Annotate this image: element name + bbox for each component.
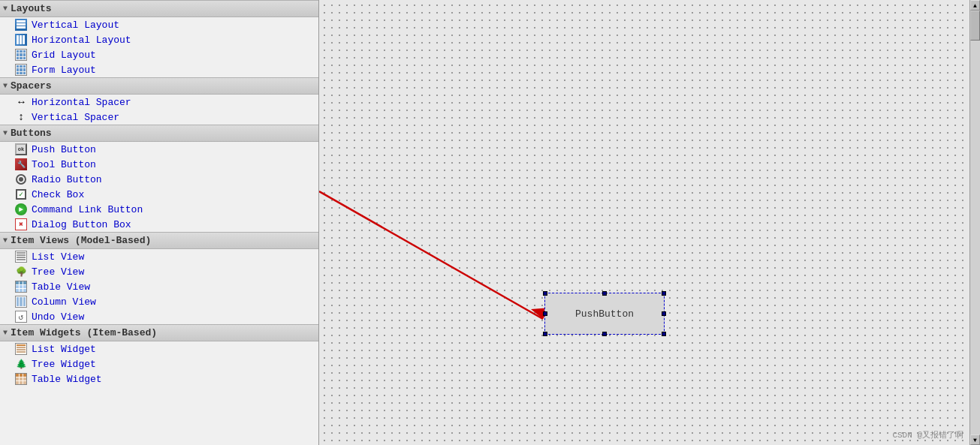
section-label-buttons: Buttons [11, 128, 52, 139]
sidebar-item-vertical-spacer[interactable]: ↕ Vertical Spacer [0, 110, 318, 125]
undo-view-icon: ↺ [15, 311, 27, 323]
scrollbar-down-button[interactable]: ▼ [970, 434, 980, 445]
table-view-icon [15, 281, 27, 293]
sidebar-item-horizontal-spacer[interactable]: ↔ Horizontal Spacer [0, 95, 318, 110]
watermark: CSDN @又报错了啊 [892, 429, 963, 440]
collapse-arrow-item-views: ▼ [3, 236, 8, 245]
sidebar-item-table-view[interactable]: Table View [0, 279, 318, 294]
resize-handle-ml[interactable] [543, 311, 547, 316]
sidebar-item-list-view[interactable]: List View [0, 249, 318, 264]
svg-line-0 [319, 191, 543, 319]
list-widget-icon [15, 343, 27, 355]
section-header-item-widgets[interactable]: ▼ Item Widgets (Item-Based) [0, 324, 318, 341]
section-header-layouts[interactable]: ▼ Layouts [0, 0, 318, 17]
resize-handle-tl[interactable] [543, 291, 547, 296]
push-button-icon: ok [15, 143, 27, 155]
resize-handle-tm[interactable] [602, 291, 607, 296]
sidebar-item-label: Table View [32, 281, 90, 293]
table-widget-icon [15, 373, 27, 385]
vertical-spacer-icon: ↕ [15, 111, 27, 123]
widget-sidebar: ▼ Layouts Vertical Layout Horizontal Lay… [0, 0, 319, 445]
sidebar-item-dialog-button-box[interactable]: ✖ Dialog Button Box [0, 217, 318, 232]
sidebar-item-table-widget[interactable]: Table Widget [0, 371, 318, 386]
sidebar-item-label: Tree View [32, 266, 84, 278]
right-scrollbar[interactable]: ▲ ▼ [969, 0, 980, 445]
sidebar-item-label: Radio Button [32, 174, 102, 185]
column-view-icon [15, 296, 27, 308]
sidebar-item-label: Horizontal Spacer [32, 97, 131, 108]
sidebar-item-check-box[interactable]: ✓ Check Box [0, 187, 318, 202]
check-box-icon: ✓ [15, 188, 27, 200]
resize-handle-tr[interactable] [662, 291, 666, 296]
sidebar-item-label: Tree Widget [32, 359, 96, 370]
scrollbar-track[interactable] [970, 11, 980, 434]
vertical-layout-icon [15, 19, 27, 31]
sidebar-item-radio-button[interactable]: Radio Button [0, 172, 318, 187]
push-button-label: PushButton [575, 308, 634, 320]
sidebar-item-undo-view[interactable]: ↺ Undo View [0, 309, 318, 324]
section-header-spacers[interactable]: ▼ Spacers [0, 77, 318, 95]
sidebar-item-tree-view[interactable]: 🌳 Tree View [0, 264, 318, 279]
section-header-buttons[interactable]: ▼ Buttons [0, 125, 318, 142]
tree-widget-icon: 🌲 [15, 358, 27, 370]
scrollbar-up-button[interactable]: ▲ [970, 0, 980, 11]
horizontal-spacer-icon: ↔ [15, 96, 27, 108]
dialog-button-box-icon: ✖ [15, 218, 27, 230]
section-header-item-views[interactable]: ▼ Item Views (Model-Based) [0, 232, 318, 249]
list-view-icon [15, 251, 27, 263]
sidebar-item-column-view[interactable]: Column View [0, 294, 318, 309]
tree-view-icon: 🌳 [15, 266, 27, 278]
sidebar-item-label: Form Layout [32, 65, 96, 76]
sidebar-item-label: Command Link Button [32, 204, 143, 215]
sidebar-item-label: Check Box [32, 189, 84, 200]
sidebar-item-list-widget[interactable]: List Widget [0, 341, 318, 356]
horizontal-layout-icon [15, 34, 27, 46]
push-button-widget[interactable]: PushButton [544, 293, 665, 335]
radio-button-icon [15, 173, 27, 185]
collapse-arrow-buttons: ▼ [3, 129, 8, 137]
form-layout-icon [15, 64, 27, 76]
sidebar-item-label: Vertical Spacer [32, 112, 119, 123]
sidebar-item-label: Horizontal Layout [32, 35, 131, 46]
resize-handle-mr[interactable] [662, 311, 666, 316]
section-label-layouts: Layouts [11, 3, 52, 14]
scrollbar-thumb[interactable] [970, 11, 980, 41]
canvas-area[interactable]: PushButton CSDN @又报错了啊 [319, 0, 969, 445]
sidebar-item-label: Table Widget [32, 374, 102, 385]
resize-handle-bl[interactable] [543, 332, 547, 336]
sidebar-item-push-button[interactable]: ok Push Button [0, 142, 318, 157]
sidebar-item-tree-widget[interactable]: 🌲 Tree Widget [0, 356, 318, 371]
sidebar-item-tool-button[interactable]: 🔧 Tool Button [0, 157, 318, 172]
sidebar-item-horizontal-layout[interactable]: Horizontal Layout [0, 32, 318, 47]
collapse-arrow-item-widgets: ▼ [3, 329, 8, 337]
section-label-spacers: Spacers [11, 80, 52, 92]
grid-layout-icon [15, 49, 27, 61]
sidebar-item-vertical-layout[interactable]: Vertical Layout [0, 17, 318, 32]
collapse-arrow-spacers: ▼ [3, 82, 8, 90]
sidebar-item-form-layout[interactable]: Form Layout [0, 62, 318, 77]
sidebar-item-label: Undo View [32, 311, 84, 323]
sidebar-item-label: List Widget [32, 344, 96, 355]
sidebar-item-label: List View [32, 251, 84, 263]
collapse-arrow-layouts: ▼ [3, 5, 8, 13]
sidebar-item-label: Grid Layout [32, 50, 96, 61]
tool-button-icon: 🔧 [15, 158, 27, 170]
sidebar-item-label: Vertical Layout [32, 20, 119, 31]
drag-arrow [319, 0, 969, 445]
resize-handle-br[interactable] [662, 332, 666, 336]
sidebar-item-grid-layout[interactable]: Grid Layout [0, 47, 318, 62]
sidebar-item-label: Dialog Button Box [32, 219, 131, 230]
resize-handle-bm[interactable] [602, 332, 607, 336]
sidebar-item-label: Tool Button [32, 159, 96, 170]
sidebar-item-label: Column View [32, 296, 96, 308]
command-link-icon: ► [15, 203, 27, 215]
section-label-item-widgets: Item Widgets (Item-Based) [11, 327, 157, 338]
section-label-item-views: Item Views (Model-Based) [11, 235, 151, 246]
sidebar-item-command-link-button[interactable]: ► Command Link Button [0, 202, 318, 217]
sidebar-item-label: Push Button [32, 144, 96, 155]
